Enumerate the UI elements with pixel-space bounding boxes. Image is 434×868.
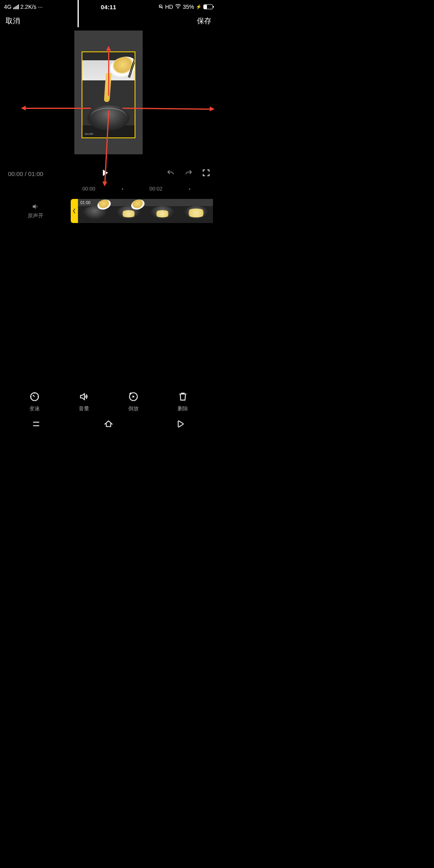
undo-button[interactable] bbox=[166, 168, 175, 179]
status-bar: 4G 2.2K/s ··· 04:11 HD 35% ⚡ bbox=[0, 0, 217, 12]
save-button[interactable]: 保存 bbox=[197, 16, 211, 26]
original-audio-toggle[interactable]: 原声开 bbox=[0, 203, 71, 219]
timeline-ruler[interactable]: 00:00 00:02 bbox=[0, 186, 217, 196]
redo-button[interactable] bbox=[184, 168, 193, 179]
annotation-arrow-left bbox=[23, 108, 91, 109]
ruler-dot bbox=[122, 188, 123, 190]
playback-row: 00:00 / 01:00 bbox=[0, 167, 217, 179]
clip-thumb[interactable] bbox=[112, 199, 145, 223]
trim-left-handle[interactable] bbox=[71, 199, 78, 223]
watermark: @从前慢～ bbox=[85, 133, 95, 135]
ruler-tick: 00:02 bbox=[149, 186, 163, 192]
clip-thumb[interactable] bbox=[179, 199, 213, 223]
delete-button[interactable]: 删除 bbox=[178, 391, 188, 412]
tool-row: 变速 音量 倒放 删除 bbox=[0, 391, 217, 412]
speed-button[interactable]: 变速 bbox=[29, 391, 40, 412]
ruler-dot bbox=[189, 188, 190, 190]
volume-button[interactable]: 音量 bbox=[79, 391, 89, 412]
mute-icon bbox=[158, 4, 164, 10]
clip-thumb[interactable]: 01:00 bbox=[78, 199, 112, 223]
nav-back-button[interactable] bbox=[176, 419, 186, 431]
clip-strip[interactable]: 01:00 bbox=[78, 199, 213, 223]
reverse-button[interactable]: 倒放 bbox=[128, 391, 139, 412]
clip-duration: 01:00 bbox=[80, 201, 90, 205]
clip-thumb[interactable] bbox=[145, 199, 179, 223]
clock: 04:11 bbox=[0, 4, 217, 10]
timeline[interactable]: 原声开 01:00 bbox=[0, 198, 217, 224]
cancel-button[interactable]: 取消 bbox=[6, 16, 20, 26]
ruler-tick: 00:00 bbox=[82, 186, 96, 192]
system-nav-bar bbox=[0, 416, 217, 434]
preview-area[interactable]: @从前慢～ bbox=[0, 28, 217, 166]
nav-recent-button[interactable] bbox=[31, 419, 41, 431]
playhead[interactable] bbox=[78, 0, 79, 27]
annotation-arrow-up bbox=[108, 47, 109, 96]
title-bar: 取消 保存 bbox=[0, 12, 217, 28]
fullscreen-button[interactable] bbox=[202, 168, 211, 179]
battery-icon bbox=[203, 4, 213, 9]
nav-home-button[interactable] bbox=[103, 419, 114, 431]
timecode: 00:00 / 01:00 bbox=[8, 170, 43, 177]
